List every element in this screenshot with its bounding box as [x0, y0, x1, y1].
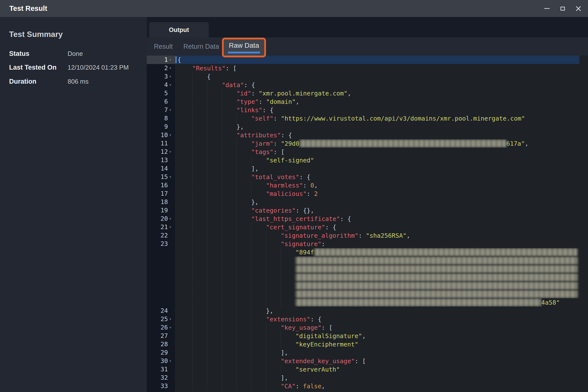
- code-line-1[interactable]: 1▾{: [147, 56, 588, 64]
- code-line-14[interactable]: 14],: [147, 164, 588, 173]
- code-content: "digitalSignature",: [175, 332, 588, 340]
- code-line-6[interactable]: 6"type": "domain",: [147, 98, 588, 106]
- indent-guide: [192, 206, 207, 214]
- gutter-cell: 21▾: [147, 223, 175, 231]
- click-highlight-raw-data[interactable]: Raw Data: [222, 38, 266, 57]
- fold-toggle-icon[interactable]: ▾: [168, 131, 175, 139]
- fold-toggle-icon[interactable]: ▾: [168, 106, 175, 114]
- code-line-7[interactable]: 7▾"links": {: [147, 106, 588, 114]
- code-line-23[interactable]: 23"signature":: [147, 240, 588, 248]
- indent-guide: [236, 298, 251, 306]
- code-line-26[interactable]: 26▾"key_usage": [: [147, 323, 588, 332]
- tab-output[interactable]: Output: [149, 22, 209, 38]
- code-line-8[interactable]: 8"self": "https://www.virustotal.com/api…: [147, 114, 588, 122]
- indent-guide: [236, 248, 251, 256]
- close-button[interactable]: [575, 6, 582, 12]
- code-line-32[interactable]: 32],: [147, 374, 588, 382]
- code-content: "extended_key_usage": [: [175, 357, 588, 365]
- indent-guide: [222, 340, 236, 348]
- indent-guide: [251, 357, 266, 365]
- token-k: "total_votes": [251, 174, 299, 180]
- subtab-result[interactable]: Result: [154, 38, 173, 56]
- code-line-wrapped[interactable]: [147, 265, 588, 273]
- code-line-9[interactable]: 9},: [147, 122, 588, 131]
- fold-toggle-icon[interactable]: ▾: [168, 173, 175, 181]
- gutter-cell: 1▾: [147, 56, 175, 64]
- code-line-30[interactable]: 30▾"extended_key_usage": [: [147, 357, 588, 365]
- indent-guide: [251, 256, 266, 265]
- token-k: "cert_signature": [266, 224, 325, 231]
- code-line-3[interactable]: 3▾{: [147, 72, 588, 81]
- code-line-21[interactable]: 21▾"cert_signature": {: [147, 223, 588, 231]
- indent-guide: [178, 139, 192, 148]
- code-line-25[interactable]: 25▾"extensions": {: [147, 315, 588, 323]
- code-line-4[interactable]: 4▾"data": {: [147, 81, 588, 89]
- indent-guide: [207, 290, 222, 298]
- gutter-cell: 16: [147, 181, 175, 190]
- code-line-wrapped[interactable]: [147, 256, 588, 265]
- indent-guide: [236, 256, 251, 265]
- line-number: 4: [147, 81, 168, 89]
- code-line-27[interactable]: 27"digitalSignature",: [147, 332, 588, 340]
- code-line-24[interactable]: 24},: [147, 306, 588, 315]
- gutter-cell: 15▾: [147, 173, 175, 181]
- indent-guide: [192, 340, 207, 348]
- indent-guide: [236, 323, 251, 332]
- minimize-button[interactable]: [544, 6, 550, 12]
- code-content: "links": {: [175, 106, 588, 114]
- fold-toggle-icon[interactable]: ▾: [168, 214, 175, 223]
- fold-toggle-icon[interactable]: ▾: [168, 148, 175, 156]
- token-num: 0: [310, 182, 314, 189]
- fold-toggle-icon[interactable]: ▾: [168, 223, 175, 231]
- fold-toggle-icon[interactable]: ▾: [168, 323, 175, 332]
- code-line-17[interactable]: 17"malicious": 2: [147, 190, 588, 198]
- code-line-31[interactable]: 31"serverAuth": [147, 365, 588, 374]
- line-number: 29: [147, 348, 168, 357]
- code-line-15[interactable]: 15▾"total_votes": {: [147, 173, 588, 181]
- subtab-raw-data[interactable]: Raw Data: [229, 42, 259, 50]
- indent-guide: [192, 306, 207, 315]
- code-line-20[interactable]: 20▾"last_https_certificate": {: [147, 214, 588, 223]
- code-line-16[interactable]: 16"harmless": 0,: [147, 181, 588, 190]
- fold-toggle-icon[interactable]: ▾: [168, 56, 175, 64]
- fold-toggle-icon[interactable]: ▾: [168, 357, 175, 365]
- code-line-wrapped[interactable]: [147, 282, 588, 290]
- fold-toggle-icon[interactable]: ▾: [168, 81, 175, 89]
- code-line-wrapped[interactable]: "894f: [147, 248, 588, 256]
- code-line-11[interactable]: 11"jarm": "29d0617a",: [147, 139, 588, 148]
- json-editor[interactable]: 1▾{2▾"Results": [3▾{4▾"data": {5"id": "x…: [147, 56, 588, 392]
- indent-guide: [222, 156, 236, 164]
- fold-toggle-icon[interactable]: ▾: [168, 64, 175, 72]
- code-content: "self-signed": [175, 156, 588, 164]
- line-number: 3: [147, 72, 168, 81]
- code-line-12[interactable]: 12▾"tags": [: [147, 148, 588, 156]
- indent-guide: [236, 332, 251, 340]
- code-line-10[interactable]: 10▾"attributes": {: [147, 131, 588, 139]
- indent-guide: [222, 223, 236, 231]
- code-line-wrapped[interactable]: [147, 290, 588, 298]
- code-line-2[interactable]: 2▾"Results": [: [147, 64, 588, 72]
- subtab-return-data[interactable]: Return Data: [183, 38, 219, 56]
- indent-guide: [222, 365, 236, 374]
- fold-toggle-icon[interactable]: ▾: [168, 315, 175, 323]
- indent-guide: [236, 223, 251, 231]
- fold-toggle-icon[interactable]: ▾: [168, 72, 175, 81]
- maximize-button[interactable]: [560, 6, 566, 12]
- maximize-icon: [561, 7, 565, 10]
- code-line-33[interactable]: 33"CA": false,: [147, 382, 588, 390]
- code-line-28[interactable]: 28"keyEncipherment": [147, 340, 588, 348]
- code-line-18[interactable]: 18},: [147, 198, 588, 206]
- code-line-29[interactable]: 29],: [147, 348, 588, 357]
- indent-guide: [222, 265, 236, 273]
- code-line-5[interactable]: 5"id": "xmr.pool.minergate.com",: [147, 89, 588, 98]
- code-line-22[interactable]: 22"signature_algorithm": "sha256RSA",: [147, 231, 588, 240]
- indent-guide: [236, 206, 251, 214]
- indent-guide: [222, 106, 236, 114]
- indent-guide: [192, 332, 207, 340]
- indent-guide: [281, 340, 295, 348]
- indent-guide: [266, 231, 281, 240]
- code-line-19[interactable]: 19"categories": {},: [147, 206, 588, 214]
- code-line-wrapped[interactable]: [147, 273, 588, 282]
- code-line-13[interactable]: 13"self-signed": [147, 156, 588, 164]
- code-line-wrapped[interactable]: 4a58": [147, 298, 588, 306]
